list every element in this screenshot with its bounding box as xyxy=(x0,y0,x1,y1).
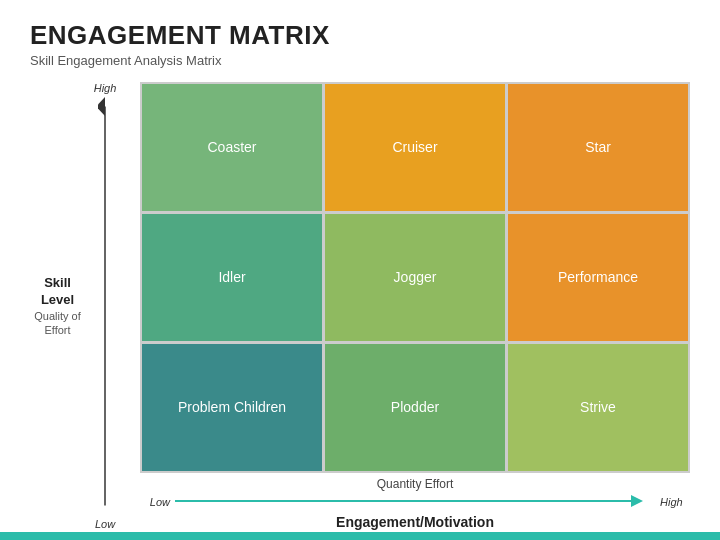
x-axis-row: Low High xyxy=(140,493,690,511)
matrix-cell-plodder: Plodder xyxy=(325,344,505,471)
x-low-label: Low xyxy=(140,496,170,508)
y-high-label: High xyxy=(94,82,117,94)
matrix-cell-problem: Problem Children xyxy=(142,344,322,471)
bottom-bar xyxy=(0,532,720,540)
matrix-cell-idler: Idler xyxy=(142,214,322,341)
page-title: ENGAGEMENT MATRIX xyxy=(30,20,690,51)
matrix-cell-performance: Performance xyxy=(508,214,688,341)
quality-of-effort-label: Quality of Effort xyxy=(30,309,85,338)
matrix-cell-coaster: Coaster xyxy=(142,84,322,211)
y-axis-line-wrapper xyxy=(98,96,112,516)
matrix-cell-cruiser: Cruiser xyxy=(325,84,505,211)
engagement-motivation-label: Engagement/Motivation xyxy=(336,514,494,530)
page: ENGAGEMENT MATRIX Skill Engagement Analy… xyxy=(0,0,720,540)
page-subtitle: Skill Engagement Analysis Matrix xyxy=(30,53,690,68)
engagement-matrix: CoasterCruiserStarIdlerJoggerPerformance… xyxy=(140,82,690,473)
matrix-cell-strive: Strive xyxy=(508,344,688,471)
bottom-area: Quantity Effort Low High xyxy=(140,477,690,530)
x-axis-svg xyxy=(175,495,655,507)
matrix-cell-jogger: Jogger xyxy=(325,214,505,341)
quantity-effort-label: Quantity Effort xyxy=(377,477,453,491)
x-axis-svg-wrap xyxy=(175,493,655,511)
main-content: CoasterCruiserStarIdlerJoggerPerformance… xyxy=(140,82,690,530)
y-low-label: Low xyxy=(95,518,115,530)
y-axis-line-area: High Low xyxy=(85,82,125,530)
y-axis-svg xyxy=(98,96,112,516)
matrix-cell-star: Star xyxy=(508,84,688,211)
x-high-label: High xyxy=(660,496,690,508)
y-axis-area: Skill Level Quality of Effort High L xyxy=(30,82,140,530)
skill-level-label: Skill Level xyxy=(30,275,85,309)
skill-level-label-group: Skill Level Quality of Effort xyxy=(30,82,85,530)
